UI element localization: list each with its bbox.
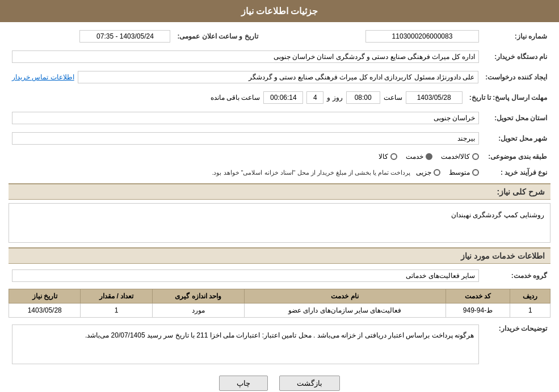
need-number-value: 1103000206000083 <box>365 30 479 43</box>
creator-value: علی دادورنژاد مسئول کاربردازی اداره کل م… <box>78 71 479 83</box>
buyer-org-table: نام دستگاه خریدار: اداره کل میراث فرهنگی… <box>9 48 550 65</box>
services-table: ردیف کد خدمت نام خدمت واحد اندازه گیری ت… <box>9 289 550 318</box>
city-label: شهر محل تحویل: <box>482 130 550 147</box>
buttons-row: بازگشت چاپ <box>9 370 550 392</box>
category-table: طبقه بندی موضوعی: کالا/خدمت خدمت <box>9 150 550 163</box>
page-title: جزئیات اطلاعات نیاز <box>241 6 318 16</box>
back-button[interactable]: بازگشت <box>279 376 340 391</box>
province-table: استان محل تحویل: خراسان جنوبی <box>9 109 550 127</box>
city-value: بیرجند <box>12 132 479 145</box>
col-header-code: کد خدمت <box>445 289 510 304</box>
need-desc-container: روشنایی کمپ گردشگری نهبندان <box>9 203 550 243</box>
col-header-unit: واحد اندازه گیری <box>152 289 244 304</box>
service-group-table: گروه خدمت: سایر فعالیت‌های خدماتی <box>9 267 550 284</box>
buyer-desc-value: هرگونه پرداخت براساس اعتبار دریافتی از خ… <box>12 324 479 364</box>
radio-icon <box>434 169 440 176</box>
province-value: خراسان جنوبی <box>12 112 479 124</box>
deadline-label: مهلت ارسال پاسخ: تا تاریخ: <box>466 89 550 106</box>
purchase-option-partial[interactable]: جزیی <box>416 168 440 176</box>
creator-label: ایجاد کننده درخواست: <box>482 69 550 86</box>
purchase-option-medium[interactable]: متوسط <box>449 168 479 176</box>
purchase-option-label: متوسط <box>449 168 470 176</box>
purchase-option-label: جزیی <box>416 168 431 176</box>
col-header-qty: تعداد / مقدار <box>81 289 152 304</box>
services-section-title: اطلاعات خدمات مورد نیاز <box>9 247 550 264</box>
deadline-days: 4 <box>306 91 323 104</box>
page-wrapper: جزئیات اطلاعات نیاز شماره نیاز: 11030002… <box>0 0 559 392</box>
category-radio-group: کالا/خدمت خدمت کالا <box>12 153 479 161</box>
table-row: 1ط-94-949فعالیت‌های سایر سازمان‌های دارا… <box>9 304 550 318</box>
purchase-note: پرداخت تمام یا بخشی از مبلغ خریدار از مح… <box>212 169 410 176</box>
buyer-org-value: اداره کل میراث فرهنگی صنایع دستی و گردشگ… <box>12 50 479 63</box>
deadline-remaining: 00:06:14 <box>263 91 303 104</box>
purchase-type-radio-group: متوسط جزیی <box>416 168 479 176</box>
basic-info-table: شماره نیاز: 1103000206000083 تاریخ و ساع… <box>9 28 550 45</box>
col-header-date: تاریخ نیاز <box>9 289 81 304</box>
buyer-org-label: نام دستگاه خریدار: <box>482 48 550 65</box>
announcement-date-value: 1403/05/24 - 07:35 <box>79 30 170 43</box>
announcement-date-label: تاریخ و ساعت اعلان عمومی: <box>174 28 261 45</box>
deadline-time: 08:00 <box>346 91 380 104</box>
deadline-time-label: ساعت <box>384 94 402 102</box>
deadline-table: مهلت ارسال پاسخ: تا تاریخ: 1403/05/28 سا… <box>9 89 550 106</box>
province-label: استان محل تحویل: <box>482 109 550 127</box>
deadline-date: 1403/05/28 <box>406 91 463 104</box>
col-header-name: نام خدمت <box>244 289 445 304</box>
content-area: شماره نیاز: 1103000206000083 تاریخ و ساع… <box>0 22 559 392</box>
need-number-label: شماره نیاز: <box>482 28 550 45</box>
purchase-type-label: نوع فرآیند خرید : <box>482 166 550 179</box>
purchase-type-table: نوع فرآیند خرید : متوسط جزیی <box>9 166 550 179</box>
radio-icon <box>472 169 479 176</box>
category-option-khadamat[interactable]: خدمت <box>406 153 432 161</box>
service-group-value: سایر فعالیت‌های خدماتی <box>12 269 479 282</box>
deadline-remaining-label: ساعت باقی مانده <box>211 94 260 102</box>
page-header: جزئیات اطلاعات نیاز <box>0 0 559 22</box>
radio-icon <box>472 153 479 160</box>
category-option-kala-khadamat[interactable]: کالا/خدمت <box>441 153 479 161</box>
category-option-kala[interactable]: کالا <box>379 153 397 161</box>
creator-table: ایجاد کننده درخواست: علی دادورنژاد مسئول… <box>9 69 550 86</box>
need-desc-text: روشنایی کمپ گردشگری نهبندان <box>451 211 544 219</box>
need-desc-value: روشنایی کمپ گردشگری نهبندان <box>9 203 550 243</box>
col-header-row: ردیف <box>510 289 550 304</box>
buyer-desc-label: توضیحات خریدار: <box>482 322 550 366</box>
radio-icon <box>426 153 432 160</box>
buyer-desc-text: هرگونه پرداخت براساس اعتبار دریافتی از خ… <box>85 331 474 339</box>
need-desc-section-title: شرح کلی نیاز: <box>9 183 550 200</box>
city-table: شهر محل تحویل: بیرجند <box>9 130 550 147</box>
category-label: طبقه بندی موضوعی: <box>482 150 550 163</box>
print-button[interactable]: چاپ <box>219 376 268 391</box>
category-option-label: کالا/خدمت <box>441 153 470 161</box>
buyer-desc-table: توضیحات خریدار: هرگونه پرداخت براساس اعت… <box>9 322 550 366</box>
category-option-label: کالا <box>379 153 388 161</box>
contact-link[interactable]: اطلاعات تماس خریدار <box>12 73 74 81</box>
deadline-day-label: روز و <box>327 94 342 102</box>
service-group-label: گروه خدمت: <box>482 267 550 284</box>
category-option-label: خدمت <box>406 153 423 161</box>
radio-icon <box>390 153 397 160</box>
